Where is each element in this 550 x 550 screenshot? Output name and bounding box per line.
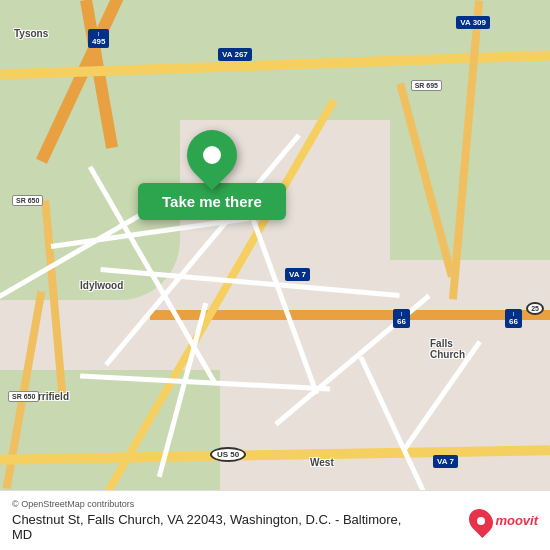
local-road — [246, 205, 319, 395]
location-pin-inner — [203, 146, 221, 164]
map-surface: I495 VA 267 VA 309 SR 695 SR 650 SR 650 … — [0, 0, 550, 550]
location-pin — [177, 120, 248, 191]
label-tysons: Tysons — [14, 28, 48, 39]
osm-credit: © OpenStreetMap contributors — [12, 499, 412, 509]
bottom-bar-info: © OpenStreetMap contributors Chestnut St… — [12, 499, 412, 542]
moovit-logo: moovit — [470, 508, 538, 534]
take-me-there-container: Take me there — [138, 130, 286, 220]
badge-i66a: I66 — [393, 302, 410, 328]
moovit-text: moovit — [495, 513, 538, 528]
badge-va309: VA 309 — [456, 16, 490, 29]
badge-i66b: I66 — [505, 302, 522, 328]
badge-us25: 25 — [526, 302, 544, 315]
label-west: West — [310, 457, 334, 468]
badge-i495: I495 — [88, 22, 109, 48]
label-idylwood: Idylwood — [80, 280, 123, 291]
badge-va7a: VA 7 — [285, 268, 310, 281]
moovit-pin-icon — [464, 504, 498, 538]
moovit-pin-dot — [477, 517, 485, 525]
badge-sr695: SR 695 — [411, 80, 442, 91]
local-road — [359, 356, 427, 494]
badge-us50: US 50 — [210, 447, 246, 462]
address-text: Chestnut St, Falls Church, VA 22043, Was… — [12, 512, 412, 542]
badge-va267: VA 267 — [218, 48, 252, 61]
label-falls-church: FallsChurch — [430, 338, 465, 360]
badge-va7b: VA 7 — [433, 455, 458, 468]
badge-sr650b: SR 650 — [8, 391, 39, 402]
bottom-bar: © OpenStreetMap contributors Chestnut St… — [0, 490, 550, 550]
badge-sr650a: SR 650 — [12, 195, 43, 206]
map-container: I495 VA 267 VA 309 SR 695 SR 650 SR 650 … — [0, 0, 550, 550]
